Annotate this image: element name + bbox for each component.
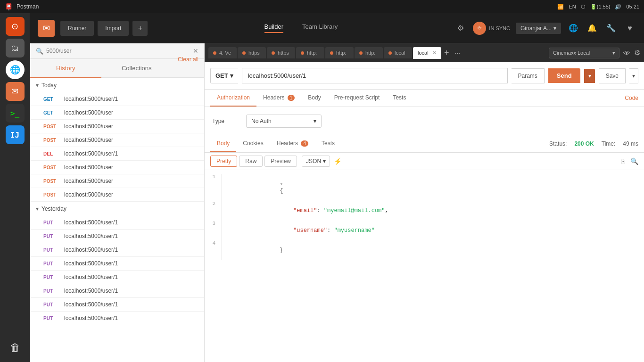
copy-icon[interactable]: ⎘ xyxy=(621,157,625,165)
tab-https1[interactable]: https xyxy=(238,47,266,58)
settings-icon[interactable]: ⚙ xyxy=(634,49,640,57)
response-tab-headers[interactable]: Headers 4 xyxy=(270,135,315,152)
clock: 05:21 xyxy=(626,4,639,9)
search-input[interactable] xyxy=(46,48,190,54)
dock-files-icon[interactable]: 🗂 xyxy=(6,39,25,58)
list-item[interactable]: PUT localhost:5000/user/1 xyxy=(30,298,204,312)
history-url: localhost:5000/user/1 xyxy=(64,274,118,280)
history-url: localhost:5000/user/1 xyxy=(64,219,118,226)
notification-icon[interactable]: 🔔 xyxy=(586,22,599,35)
app-title: Postman xyxy=(17,3,39,10)
response-tab-body[interactable]: Body xyxy=(210,135,236,152)
collapse-icon[interactable]: ▾ xyxy=(280,181,283,188)
history-url: localhost:5000/user/1 xyxy=(64,260,118,267)
list-item[interactable]: PUT localhost:5000/user/1 xyxy=(30,312,204,325)
dock-postman-icon[interactable]: ✉ xyxy=(6,82,25,101)
tab-more-button[interactable]: ··· xyxy=(452,49,463,57)
params-button[interactable]: Params xyxy=(512,68,545,83)
status-label: Status: xyxy=(549,140,567,147)
tab-pre-request[interactable]: Pre-request Script xyxy=(328,90,387,107)
tab-local2-active[interactable]: local ✕ xyxy=(413,47,441,59)
send-button[interactable]: Send xyxy=(548,68,580,83)
globe-icon[interactable]: 🌐 xyxy=(567,22,580,35)
tab-4ve[interactable]: 4. Ve xyxy=(208,47,237,58)
section-today-label: Today xyxy=(41,82,57,89)
method-select[interactable]: GET ▾ xyxy=(210,68,238,83)
help-icon[interactable]: 🔧 xyxy=(604,22,618,35)
tab-close-icon[interactable]: ✕ xyxy=(432,50,437,56)
tab-tests[interactable]: Tests xyxy=(386,90,413,107)
code-button[interactable]: Code xyxy=(625,95,638,101)
tab-http2[interactable]: http: xyxy=(325,47,354,58)
auth-type-value: No Auth xyxy=(251,118,272,124)
team-library-nav[interactable]: Team Library xyxy=(302,23,338,33)
clear-all-button[interactable]: Clear all xyxy=(172,50,204,68)
format-value: JSON xyxy=(306,158,321,165)
tab-local1[interactable]: local xyxy=(384,47,412,58)
json-line-content: } xyxy=(225,240,283,260)
section-today-header[interactable]: ▾ Today xyxy=(30,78,204,92)
dock-ide-icon[interactable]: IJ xyxy=(6,125,25,144)
tab-http1[interactable]: http: xyxy=(296,47,324,58)
settings-icon[interactable]: ⚙ xyxy=(454,22,467,35)
json-line-4: 4 } xyxy=(205,240,644,260)
url-input[interactable] xyxy=(242,68,508,83)
tab-history[interactable]: History xyxy=(30,59,101,77)
format-tab-raw[interactable]: Raw xyxy=(239,156,263,167)
list-item[interactable]: DEL localhost:5000/user/1 xyxy=(30,147,204,161)
auth-type-select[interactable]: No Auth ▾ xyxy=(246,115,322,128)
list-item[interactable]: POST localhost:5000/user xyxy=(30,161,204,174)
method-badge: GET xyxy=(43,97,60,102)
builder-nav[interactable]: Builder xyxy=(264,23,283,33)
list-item[interactable]: POST localhost:5000/user xyxy=(30,133,204,147)
save-arrow-button[interactable]: ▾ xyxy=(629,68,638,83)
tab-headers[interactable]: Headers 1 xyxy=(256,90,301,107)
status-value: 200 OK xyxy=(574,140,594,147)
tab-authorization[interactable]: Authorization xyxy=(210,90,256,107)
dock-trash-icon[interactable]: 🗑 xyxy=(6,338,25,357)
user-button[interactable]: Ginanjar A... ▾ xyxy=(516,23,561,34)
list-item[interactable]: POST localhost:5000/user xyxy=(30,188,204,202)
new-tab-button[interactable]: + xyxy=(132,21,148,36)
section-today: ▾ Today GET localhost:5000/user/1 GET lo… xyxy=(30,78,204,202)
list-item[interactable]: GET localhost:5000/user xyxy=(30,106,204,120)
sync-button[interactable]: ⟳ IN SYNC xyxy=(473,22,510,35)
dock-terminal-icon[interactable]: >_ xyxy=(6,104,25,123)
list-item[interactable]: POST localhost:5000/user xyxy=(30,174,204,188)
heart-icon[interactable]: ♥ xyxy=(623,22,636,35)
dock-chrome-icon[interactable]: 🌐 xyxy=(6,60,25,79)
sidebar-content: ▾ Today GET localhost:5000/user/1 GET lo… xyxy=(30,78,204,362)
send-arrow-button[interactable]: ▾ xyxy=(584,69,595,83)
tab-https2[interactable]: https xyxy=(267,47,295,58)
response-tab-tests[interactable]: Tests xyxy=(315,135,341,152)
environment-select[interactable]: Cinemaxx Local ▾ xyxy=(549,48,619,58)
section-yesterday-header[interactable]: ▾ Yesterday xyxy=(30,202,204,216)
volume-icon: 🔊 xyxy=(615,4,621,10)
import-button[interactable]: Import xyxy=(98,21,129,36)
list-item[interactable]: GET localhost:5000/user/1 xyxy=(30,92,204,106)
list-item[interactable]: PUT localhost:5000/user/1 xyxy=(30,243,204,257)
filter-icon[interactable]: ⚡ xyxy=(334,157,342,165)
list-item[interactable]: PUT localhost:5000/user/1 xyxy=(30,284,204,298)
tab-http3[interactable]: http: xyxy=(355,47,383,58)
format-tab-pretty[interactable]: Pretty xyxy=(210,156,237,167)
runner-button[interactable]: Runner xyxy=(60,21,94,36)
search-icon[interactable]: 🔍 xyxy=(630,157,638,165)
tab-collections[interactable]: Collections xyxy=(101,59,173,77)
list-item[interactable]: POST localhost:5000/user xyxy=(30,120,204,133)
list-item[interactable]: PUT localhost:5000/user/1 xyxy=(30,230,204,243)
list-item[interactable]: PUT localhost:5000/user/1 xyxy=(30,257,204,271)
tab-add-button[interactable]: + xyxy=(442,48,451,58)
eye-icon[interactable]: 👁 xyxy=(623,49,630,57)
method-badge: PUT xyxy=(43,302,60,307)
list-item[interactable]: PUT localhost:5000/user/1 xyxy=(30,271,204,284)
list-item[interactable]: PUT localhost:5000/user/1 xyxy=(30,216,204,230)
json-line-3: 3 "username": "myusername" xyxy=(205,221,644,240)
response-tab-cookies[interactable]: Cookies xyxy=(236,135,270,152)
tab-body[interactable]: Body xyxy=(301,90,327,107)
format-type-select[interactable]: JSON ▾ xyxy=(302,156,330,167)
dock-ubuntu-icon[interactable]: ⊙ xyxy=(6,17,25,36)
format-tab-preview[interactable]: Preview xyxy=(264,156,297,167)
titlebar-right: 📶 EN ⬡ 🔋(1:55) 🔊 05:21 xyxy=(557,4,639,10)
save-button[interactable]: Save xyxy=(599,68,626,83)
